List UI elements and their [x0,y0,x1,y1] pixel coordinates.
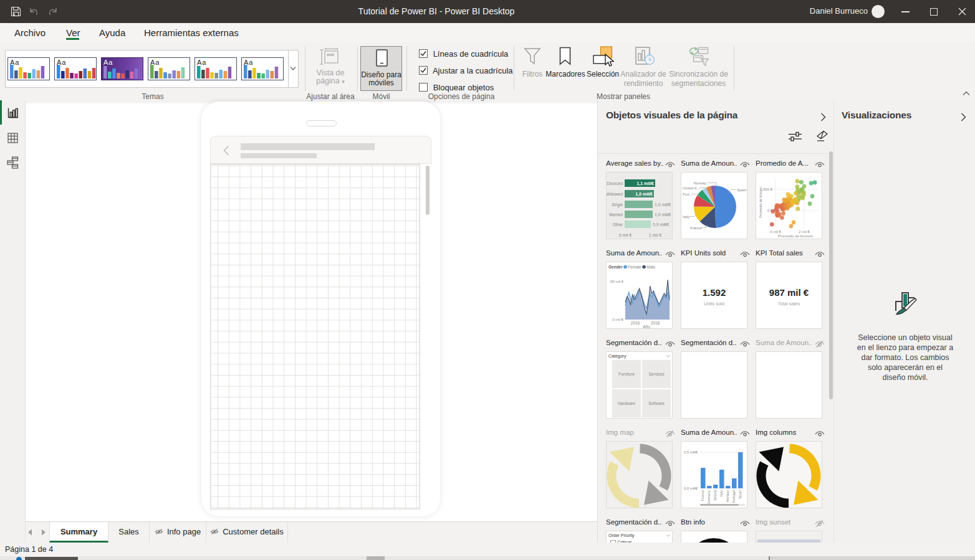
svg-text:Port...: Port... [683,192,693,196]
svg-text:0 mil €: 0 mil € [619,233,632,237]
svg-text:0 mil €: 0 mil € [612,318,623,321]
svg-text:2 mil €: 2 mil € [799,230,810,234]
svg-text:Spain: Spain [738,490,742,499]
svg-text:Germany: Germany [707,490,711,505]
svg-text:1,1 mill€: 1,1 mill€ [636,181,654,186]
svg-text:Other: Other [613,222,623,227]
svg-text:Portugal: Portugal [732,490,736,503]
svg-text:United K...: United K... [683,186,700,190]
svg-text:Italy: Italy [683,215,689,219]
svg-text:2016: 2016 [631,321,640,325]
svg-text:1,0 mill€: 1,0 mill€ [655,202,671,207]
svg-text:0,0 mill€: 0,0 mill€ [684,486,698,490]
svg-text:0,9 mill€: 0,9 mill€ [653,222,669,227]
svg-text:Single: Single [612,202,623,207]
svg-text:Female: Female [628,265,641,269]
svg-text:Male: Male [646,265,655,269]
svg-text:Gender: Gender [608,265,623,269]
svg-text:France: France [701,490,704,501]
svg-text:0 mil €: 0 mil € [770,230,781,234]
svg-text:1 mil €: 1 mil € [649,233,662,237]
svg-text:2018: 2018 [651,321,660,325]
svg-text:1,0 mill€: 1,0 mill€ [655,212,671,217]
svg-text:Married: Married [609,212,623,217]
svg-text:France: France [690,226,702,230]
svg-text:0,5 mill€: 0,5 mill€ [684,450,698,454]
svg-text:50 mil €: 50 mil € [610,280,624,283]
svg-text:Divorced: Divorced [607,181,623,186]
svg-text:Norway: Norway [694,181,706,185]
svg-text:Widowed: Widowed [607,192,623,196]
svg-text:Ireland: Ireland [713,490,717,501]
svg-text:Promedio de Amount: Promedio de Amount [778,234,813,238]
svg-text:0 €: 0 € [767,209,773,212]
svg-text:Promedio de Margin: Promedio de Margin [759,187,762,218]
svg-text:500 €: 500 € [763,187,773,191]
svg-text:Spain: Spain [737,188,746,192]
svg-text:Italy: Italy [719,490,723,496]
svg-text:Año: Año [643,325,650,328]
svg-text:Norway: Norway [726,490,729,502]
svg-text:1,0 mill€: 1,0 mill€ [635,192,653,197]
